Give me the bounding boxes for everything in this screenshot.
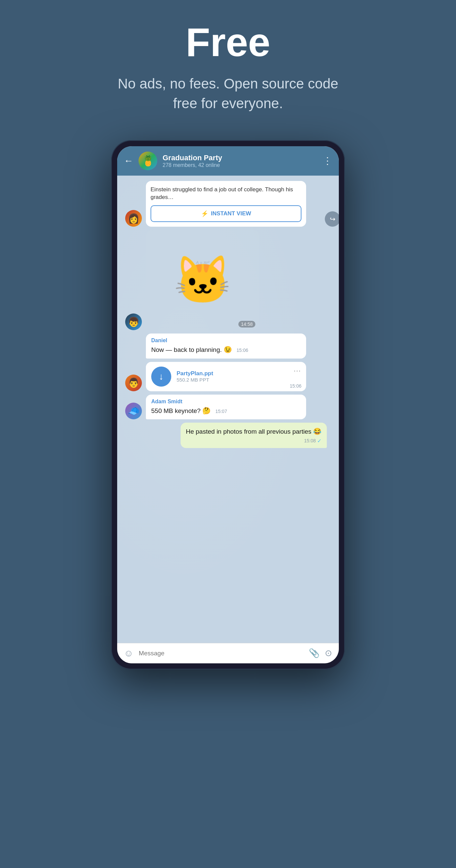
more-button[interactable]: ⋮	[323, 155, 332, 166]
back-button[interactable]: ←	[124, 156, 133, 166]
article-text: Einstein struggled to find a job out of …	[151, 186, 301, 202]
daniel-bubble: Daniel Now — back to planning. 😉 15:06	[146, 334, 306, 359]
sticker-timestamp: 14:58	[238, 321, 255, 328]
daniel-name: Daniel	[151, 338, 301, 344]
laugh-emoji: 😂	[313, 428, 322, 435]
sticker-message: 👦 A = πr² V = l³ P = 2πr s = √r²+h² A = …	[123, 230, 333, 330]
page-title: Free	[186, 20, 270, 64]
adam-text: 550 MB keynote? 🤔	[151, 406, 211, 416]
daniel-time: 15:06	[237, 347, 248, 353]
attach-button[interactable]: 📎	[309, 648, 320, 658]
article-bubble: Einstein struggled to find a job out of …	[146, 181, 306, 227]
adam-message: 🧢 Adam Smidt 550 MB keynote? 🤔 15:07	[123, 395, 333, 420]
file-message: 👨 ↓ PartyPlan.ppt 550.2 MB PPT ⋯ 15:06	[123, 362, 333, 391]
instant-view-button[interactable]: ⚡ INSTANT VIEW	[151, 205, 301, 222]
hero-subtitle: No ads, no fees. Open source code free f…	[111, 74, 345, 114]
file-size: 550.2 MB PPT	[177, 377, 288, 382]
file-more-button[interactable]: ⋯	[294, 367, 301, 375]
sticker-cat: 🐱	[146, 230, 260, 330]
chat-header: ← 🍍 Graduation Party 278 members, 42 onl…	[117, 146, 339, 176]
user-avatar-adam: 🧢	[125, 403, 142, 419]
instant-view-label: INSTANT VIEW	[211, 210, 251, 217]
file-time: 15:06	[290, 383, 301, 389]
outgoing-text: He pasted in photos from all previous pa…	[186, 427, 322, 436]
bolt-icon: ⚡	[201, 210, 208, 217]
file-bubble: ↓ PartyPlan.ppt 550.2 MB PPT ⋯ 15:06	[146, 362, 306, 391]
daniel-text: Now — back to planning. 😉	[151, 345, 232, 354]
input-bar: ☺ 📎 ⊙	[117, 643, 339, 663]
daniel-message: Daniel Now — back to planning. 😉 15:06	[123, 334, 333, 359]
adam-time: 15:07	[215, 409, 227, 414]
outgoing-message: He pasted in photos from all previous pa…	[123, 423, 333, 448]
adam-name: Adam Smidt	[151, 399, 301, 405]
think-emoji: 🤔	[202, 407, 211, 414]
download-button[interactable]: ↓	[151, 367, 171, 386]
camera-button[interactable]: ⊙	[325, 648, 332, 658]
file-info: PartyPlan.ppt 550.2 MB PPT	[177, 370, 288, 382]
members-info: 278 members, 42 online	[162, 162, 317, 168]
adam-bubble: Adam Smidt 550 MB keynote? 🤔 15:07	[146, 395, 306, 420]
outgoing-bubble: He pasted in photos from all previous pa…	[181, 423, 327, 448]
file-name: PartyPlan.ppt	[177, 370, 288, 377]
emoji-button[interactable]: ☺	[124, 648, 133, 659]
message-input[interactable]	[139, 650, 303, 657]
group-name: Graduation Party	[162, 154, 317, 162]
forward-button[interactable]: ↪	[325, 211, 339, 227]
user-avatar-man: 👨	[125, 375, 142, 391]
article-message: 👩 Einstein struggled to find a job out o…	[123, 181, 333, 227]
outgoing-time: 15:08	[304, 438, 316, 443]
phone-screen: ← 🍍 Graduation Party 278 members, 42 onl…	[117, 146, 339, 663]
user-avatar-boy: 👦	[125, 313, 142, 330]
phone-frame: ← 🍍 Graduation Party 278 members, 42 onl…	[111, 140, 345, 669]
messages-area: 👩 Einstein struggled to find a job out o…	[117, 176, 339, 643]
chat-info: Graduation Party 278 members, 42 online	[162, 154, 317, 168]
group-avatar: 🍍	[139, 152, 157, 170]
sticker-container: A = πr² V = l³ P = 2πr s = √r²+h² A = πr…	[146, 230, 260, 330]
user-avatar-girl: 👩	[125, 210, 142, 227]
wink-emoji: 😉	[224, 346, 232, 353]
read-checkmark: ✓	[317, 438, 322, 444]
